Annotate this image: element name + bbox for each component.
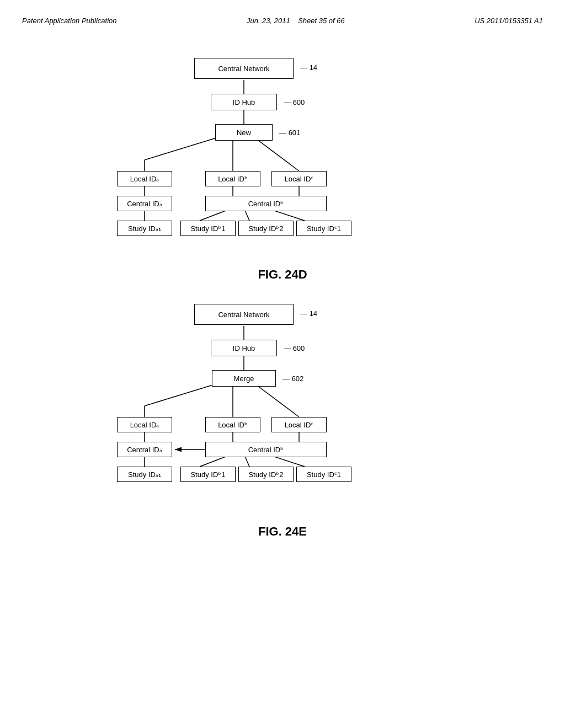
fig24e-central-idb: Central IDᵇ [205, 442, 327, 457]
fig24d-ref601: — 601 [279, 129, 300, 137]
patent-number: US 2011/0153351 A1 [475, 17, 543, 25]
fig24e-central-ida: Central IDₐ [117, 442, 172, 457]
fig24d-area: Central Network — 14 ID Hub — 600 New — … [22, 52, 543, 282]
fig24e-local-idb: Local IDᵇ [205, 417, 260, 432]
fig24d-study-idb2: Study IDᵇ2 [238, 221, 294, 236]
fig24e-merge: Merge [212, 370, 276, 387]
fig24d-label: FIG. 24D [22, 267, 543, 282]
fig24e-central-network: Central Network [194, 304, 294, 325]
fig24e-study-idc1: Study IDᶜ1 [296, 467, 351, 482]
page: Patent Application Publication Jun. 23, … [0, 0, 565, 728]
fig24d-diagram: Central Network — 14 ID Hub — 600 New — … [89, 52, 476, 262]
svg-line-19 [255, 384, 299, 417]
publication-label: Patent Application Publication [22, 17, 117, 25]
fig24d-ref14: — 14 [300, 63, 317, 72]
fig24e-study-idb1: Study IDᵇ1 [180, 467, 236, 482]
fig24e-study-ida1: Study IDₐ₁ [117, 467, 172, 482]
fig24d-new: New [215, 124, 273, 141]
fig24d-central-network: Central Network [194, 58, 294, 79]
fig24e-local-idc: Local IDᶜ [271, 417, 327, 432]
fig24d-local-idb: Local IDᵇ [205, 171, 260, 186]
fig24d-local-ida: Local IDₐ [117, 171, 172, 186]
fig24e-ref14: — 14 [300, 309, 317, 318]
fig24d-study-ida1: Study IDₐ₁ [117, 221, 172, 236]
page-header: Patent Application Publication Jun. 23, … [22, 11, 543, 36]
fig24e-study-idb2: Study IDᵇ2 [238, 467, 294, 482]
svg-line-2 [145, 138, 216, 160]
date-label: Jun. 23, 2011 [247, 17, 290, 25]
fig24e-area: Central Network — 14 ID Hub — 600 Merge … [22, 298, 543, 539]
fig24d-central-idb: Central IDᵇ [205, 196, 327, 211]
date-sheet: Jun. 23, 2011 Sheet 35 of 66 [247, 17, 345, 25]
fig24e-lines [89, 298, 476, 519]
sheet-label: Sheet 35 of 66 [298, 17, 345, 25]
fig24d-id-hub: ID Hub [211, 94, 277, 110]
fig24d-study-idb1: Study IDᵇ1 [180, 221, 236, 236]
fig24e-label: FIG. 24E [22, 524, 543, 539]
svg-line-16 [145, 384, 216, 406]
svg-line-5 [255, 138, 299, 171]
fig24e-ref602: — 602 [282, 374, 303, 383]
fig24e-diagram: Central Network — 14 ID Hub — 600 Merge … [89, 298, 476, 519]
fig24d-central-ida: Central IDₐ [117, 196, 172, 211]
fig24e-ref600: — 600 [284, 344, 305, 352]
fig24d-study-idc1: Study IDᶜ1 [296, 221, 351, 236]
fig24d-local-idc: Local IDᶜ [271, 171, 327, 186]
fig24e-local-ida: Local IDₐ [117, 417, 172, 432]
fig24e-id-hub: ID Hub [211, 340, 277, 356]
fig24d-ref600: — 600 [284, 98, 305, 106]
